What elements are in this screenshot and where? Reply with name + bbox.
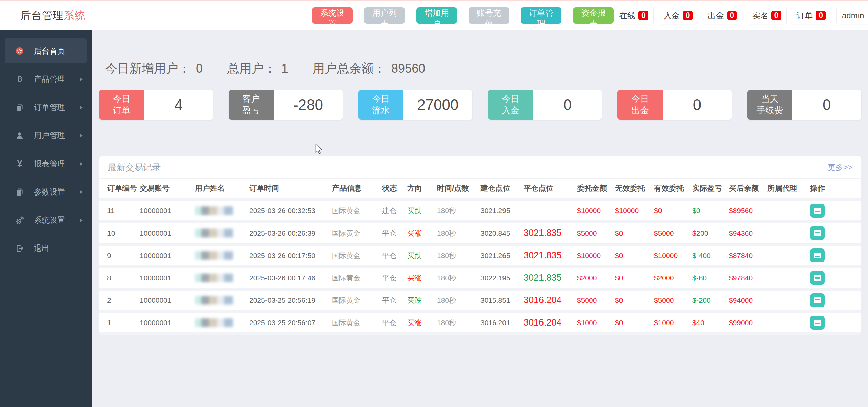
cell-actions	[810, 226, 853, 240]
cell-order-time: 2025-03-25 20:56:19	[249, 296, 332, 304]
status-chip-订单[interactable]: 订单 0	[791, 7, 831, 24]
cell-amount: $1000	[577, 319, 615, 327]
chevron-right-icon	[80, 190, 83, 194]
cell-open-point: 3015.851	[480, 296, 524, 304]
stat-card: 今日 订单 4	[99, 90, 213, 120]
cell-duration: 180秒	[437, 273, 480, 283]
more-link[interactable]: 更多>>	[828, 162, 852, 173]
table-body: 11 10000001 2025-03-26 00:32:53 国际黄金 建仓 …	[99, 198, 861, 335]
table-row: 10 10000001 2025-03-26 00:26:39 国际黄金 平仓 …	[99, 223, 861, 243]
cell-product: 国际黄金	[332, 318, 382, 328]
list-icon	[814, 320, 821, 326]
cell-direction: 买涨	[407, 228, 437, 238]
quick-button[interactable]: 增加用户	[416, 7, 457, 24]
quick-button[interactable]: 系统设置	[312, 7, 353, 24]
status-chip-入金[interactable]: 入金 0	[658, 7, 698, 24]
cell-order-id: 8	[107, 274, 140, 282]
row-separator	[99, 265, 861, 268]
cell-invalid-amount: $0	[615, 296, 654, 304]
quick-button[interactable]: 用户列表	[364, 7, 405, 24]
sidebar-item-label: 参数设置	[34, 187, 65, 197]
sidebar-item-用户管理[interactable]: 用户管理	[0, 122, 92, 150]
cell-actions	[810, 293, 853, 307]
cell-order-id: 9	[107, 252, 140, 260]
cell-order-time: 2025-03-26 00:17:46	[249, 274, 332, 282]
status-badge: 0	[771, 11, 781, 20]
cell-account: 10000001	[140, 319, 195, 327]
sidebar-item-报表管理[interactable]: ¥ 报表管理	[0, 150, 92, 178]
column-header: 交易账号	[140, 183, 195, 193]
row-separator	[99, 198, 861, 201]
panel-title: 最新交易记录	[108, 162, 161, 173]
status-chip-在线[interactable]: 在线 0	[614, 7, 654, 24]
params-icon	[14, 188, 26, 197]
list-icon	[814, 275, 821, 281]
yen-icon: ¥	[14, 159, 26, 168]
app-title-dark: 后台管理	[20, 10, 64, 21]
quick-button[interactable]: 订单管理	[521, 7, 561, 24]
stat-card-label: 当天 手续费	[747, 90, 792, 120]
table-row: 9 10000001 2025-03-26 00:17:50 国际黄金 平仓 买…	[99, 246, 861, 265]
status-chip-实名[interactable]: 实名 0	[747, 7, 787, 24]
status-chip-label: 入金	[664, 10, 680, 21]
cell-order-id: 2	[107, 296, 140, 304]
table-row: 11 10000001 2025-03-26 00:32:53 国际黄金 建仓 …	[99, 201, 861, 220]
sidebar-item-后台首页[interactable]: 后台首页	[5, 38, 87, 63]
cell-account: 10000001	[140, 252, 195, 260]
admin-label: admin	[842, 11, 864, 20]
order-detail-button[interactable]	[810, 204, 825, 218]
order-detail-button[interactable]	[810, 316, 825, 330]
cell-open-point: 3021.295	[480, 207, 524, 215]
stat-card-value: 0	[792, 90, 861, 120]
sidebar-item-label: 系统设置	[34, 215, 65, 225]
sidebar-item-退出[interactable]: 退出	[0, 234, 92, 262]
column-header: 实际盈亏	[692, 183, 729, 193]
admin-menu[interactable]: admin	[836, 7, 868, 24]
status-chip-label: 实名	[752, 10, 768, 21]
status-badge: 0	[816, 11, 826, 20]
sidebar-item-产品管理[interactable]: 产品管理	[0, 65, 92, 93]
stat-card-value: 4	[144, 90, 213, 120]
status-chip-label: 在线	[619, 10, 635, 21]
cell-close-point: 3021.835	[524, 250, 577, 261]
cell-profit: $0	[692, 207, 729, 215]
cell-order-time: 2025-03-26 00:26:39	[249, 229, 332, 237]
order-detail-button[interactable]	[810, 248, 825, 262]
sidebar-item-订单管理[interactable]: 订单管理	[0, 93, 92, 122]
status-badge: 0	[683, 11, 693, 20]
quick-button-label: 资金报表	[581, 8, 606, 28]
quick-button[interactable]: 账号充值	[469, 7, 509, 24]
quick-button[interactable]: 资金报表	[573, 7, 614, 24]
cell-invalid-amount: $0	[615, 252, 654, 260]
stat-card-value: 0	[533, 90, 602, 120]
cell-product: 国际黄金	[332, 296, 382, 305]
cell-order-id: 11	[107, 207, 140, 215]
cell-valid-amount: $2000	[654, 274, 692, 282]
cell-valid-amount: $1000	[654, 319, 692, 327]
list-icon	[814, 208, 821, 214]
cell-duration: 180秒	[437, 251, 480, 260]
chevron-right-icon	[80, 218, 83, 222]
orders-icon	[14, 103, 26, 112]
column-header: 产品信息	[332, 183, 382, 193]
cell-user-name	[195, 206, 249, 215]
cell-actions	[810, 204, 853, 218]
stat-card: 客户 盈亏 -280	[229, 90, 342, 120]
sidebar-item-系统设置[interactable]: 系统设置	[0, 206, 92, 234]
cell-open-point: 3016.201	[480, 319, 524, 327]
user-icon	[14, 131, 26, 140]
sidebar-item-参数设置[interactable]: 参数设置	[0, 178, 92, 206]
sidebar-item-label: 后台首页	[34, 46, 65, 56]
cell-open-point: 3022.195	[480, 274, 524, 282]
cell-duration: 180秒	[437, 296, 480, 305]
cell-invalid-amount: $0	[615, 319, 654, 327]
cell-product: 国际黄金	[332, 228, 382, 238]
order-detail-button[interactable]	[810, 226, 825, 240]
status-chip-出金[interactable]: 出金 0	[703, 7, 743, 24]
cell-user-name	[195, 251, 249, 260]
order-detail-button[interactable]	[810, 293, 825, 307]
metric-value: 1	[281, 61, 288, 76]
cell-amount: $2000	[577, 274, 615, 282]
app-title: 后台管理系统	[20, 8, 85, 23]
order-detail-button[interactable]	[810, 271, 825, 285]
